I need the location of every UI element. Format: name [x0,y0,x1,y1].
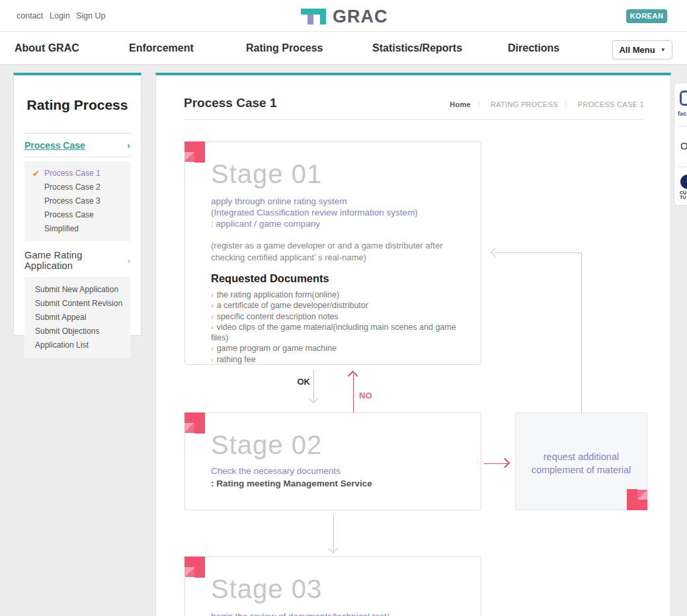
grac-logo[interactable]: GRAC [301,7,388,27]
stage2-to-stage3-down-icon [329,544,338,553]
stage-01-title: Stage 01 [211,159,461,188]
list-bullet-icon: › [211,313,214,321]
sidebar-item-submit-appeal[interactable]: Submit Appeal [34,311,130,325]
top-bar: contact Login Sign Up GRAC KOREAN [0,0,687,32]
doc-list-item: ›video clips of the game material(includ… [211,322,461,344]
breadcrumb-process-case-1: PROCESS CASE 1 [578,100,644,108]
social-widget-rail: face Ol CU TU [674,83,687,206]
rail-divider [678,167,687,167]
contact-link[interactable]: contact [17,11,43,20]
return-path-vertical-line [581,252,582,412]
nav-directions[interactable]: Directions [508,42,559,54]
breadcrumb-home[interactable]: Home [450,100,471,108]
facebook-label: face [678,110,687,117]
sidebar-item-game-rating-application[interactable]: Game Rating Application › [24,250,130,271]
stage-02-bold-line: : Rating meeting Management Service [211,479,461,488]
list-bullet-icon: › [211,344,214,352]
list-bullet-icon: › [211,291,214,299]
request-additional-line: complement of material [516,463,647,477]
doc-list-item: ›specific content description notes [211,311,461,322]
nav-enforcement[interactable]: Enforcement [129,42,194,54]
stage-02-purple-line: Check the necessary documents [211,465,461,477]
rail-item-label[interactable]: Ol [680,140,687,151]
breadcrumb: Home 〉 RATING PROCESS 〉 PROCESS CASE 1 [450,100,644,110]
nav-statistics-reports[interactable]: Statistics/Reports [372,42,462,54]
stage-03-box: Stage 03 begin the review of documents/t… [184,557,481,616]
rail-tiny-label: TU [680,195,686,200]
doc-list-item: ›game program or game machine [211,343,461,354]
sidebar-item-process-case-3[interactable]: Process Case 3 [34,194,130,208]
stage-01-note-line: (register as a game developer or and a g… [211,240,461,252]
breadcrumb-rating-process[interactable]: RATING PROCESS [491,100,558,108]
request-additional-line: request additional [516,450,647,463]
doc-list-item: ›rathing fee [211,354,461,365]
rail-divider [678,126,687,126]
requested-documents-title: Requested Documents [211,272,461,285]
doc-list-item: ›a certificate of game developer/distrib… [211,300,461,311]
requested-documents-list: ›the rating application form(online) ›a … [211,289,461,365]
all-menu-label: All Menu [619,45,655,55]
stage-01-purple-line: (Integrated Classification review inform… [211,207,461,218]
sidebar: Rating Process Process Case › ✔ Process … [13,73,141,336]
sidebar-item-process-case-1[interactable]: ✔ Process Case 1 [34,167,130,180]
sidebar-divider [24,133,130,134]
sidebar-item-application-list[interactable]: Application List [34,338,130,352]
sidebar-item-submit-new-application[interactable]: Submit New Application [34,283,130,297]
process-case-1-label: Process Case 1 [44,169,101,178]
process-case-submenu: ✔ Process Case 1 Process Case 2 Process … [24,161,130,241]
nav-rating-process[interactable]: Rating Process [246,42,323,54]
rail-tiny-label: CU [680,190,686,195]
request-additional-box: request additional complement of materia… [515,412,647,510]
no-label: NO [359,391,372,401]
page-title: Process Case 1 [184,96,277,110]
pink-corner-decoration [184,412,206,434]
stage-01-purple-line: : applicant / game company [211,218,461,229]
list-bullet-icon: › [211,356,214,364]
ok-label: OK [290,377,310,387]
breadcrumb-separator: 〉 [477,100,484,108]
stage-01-purple-line: apply through online rating system [211,196,461,207]
main-content: Process Case 1 Home 〉 RATING PROCESS 〉 P… [155,73,671,616]
stage-02-title: Stage 02 [211,430,461,459]
facebook-icon[interactable] [680,91,687,106]
stage-03-purple-line: begin the review of documents/technical … [211,611,461,616]
sidebar-item-submit-content-revision[interactable]: Submit Content Revision [34,297,130,311]
no-arrow-up-icon [348,371,358,381]
game-rating-application-label: Game Rating Application [24,250,128,271]
request-arrow-right-icon [500,458,510,469]
pink-corner-decoration [626,489,647,510]
breadcrumb-separator: 〉 [564,100,571,108]
login-link[interactable]: Login [50,11,70,20]
list-bullet-icon: › [211,301,214,309]
all-menu-dropdown[interactable]: All Menu ▼ [612,40,672,59]
process-case-label: Process Case [24,140,85,151]
list-bullet-icon: › [211,323,214,331]
korean-language-button[interactable]: KOREAN [626,9,667,23]
stage-02-box: Stage 02 Check the necessary documents :… [184,412,481,510]
title-divider [184,119,644,120]
sidebar-item-process-case-simplified[interactable]: Process Case Simplified [34,208,130,236]
stage-03-title: Stage 03 [211,574,461,603]
sidebar-item-process-case-2[interactable]: Process Case 2 [34,180,130,194]
chevron-down-icon: ▼ [661,47,666,53]
signup-link[interactable]: Sign Up [76,11,105,20]
doc-list-item: ›the rating application form(online) [211,289,461,300]
sidebar-item-process-case[interactable]: Process Case › [24,140,130,157]
chevron-right-icon: › [127,140,130,151]
stage-01-note-line: checking certified applicant’ s real-nam… [211,252,461,264]
stage-01-box: Stage 01 apply through online rating sys… [184,141,481,365]
main-nav: About GRAC Enforcement Rating Process St… [0,32,687,65]
game-rating-application-submenu: Submit New Application Submit Content Re… [24,277,130,358]
chevron-right-icon: › [128,256,130,266]
check-icon: ✔ [32,167,40,180]
ok-arrow-down-icon [309,394,318,403]
nav-about-grac[interactable]: About GRAC [15,42,79,54]
sidebar-title: Rating Process [14,97,141,113]
logo-text: GRAC [333,7,388,27]
pink-corner-decoration [184,141,206,163]
return-arrow-left-icon [491,248,500,257]
return-path-horizontal-line [495,252,582,253]
grac-logo-icon [301,7,329,26]
sidebar-item-submit-objections[interactable]: Submit Objections [34,325,130,338]
culture-tube-icon[interactable] [680,174,687,189]
